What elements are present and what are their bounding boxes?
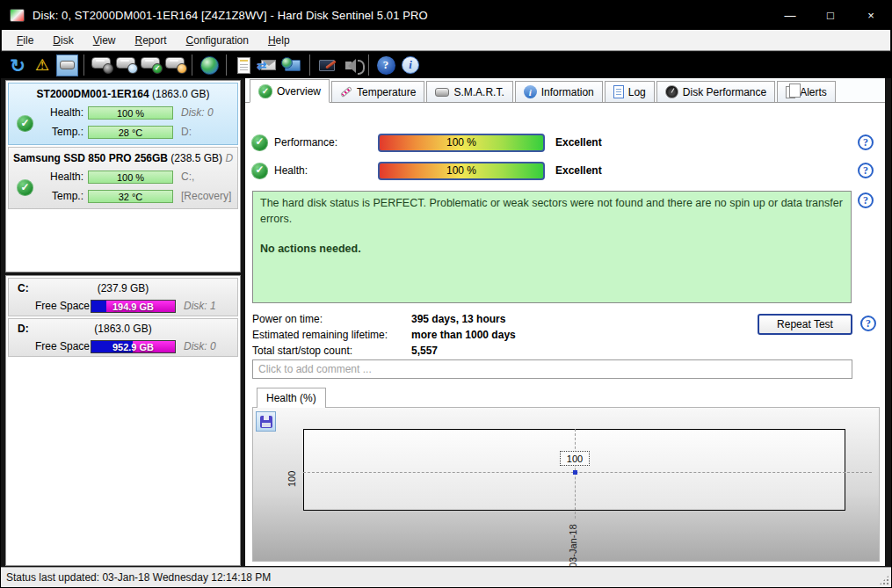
- y-axis-tick: 100: [286, 457, 297, 487]
- menu-report[interactable]: Report: [126, 32, 177, 49]
- disk-temp-row: Temp.: 28 °C D:: [12, 122, 234, 142]
- help-icon[interactable]: ?: [860, 316, 876, 331]
- x-axis-tick: 03-Jan-18: [568, 513, 578, 568]
- gridline-horizontal: [303, 472, 872, 473]
- repeat-test-button[interactable]: Repeat Test: [758, 314, 852, 335]
- window-controls: — □ ×: [770, 1, 891, 30]
- help-icon[interactable]: ?: [858, 134, 874, 150]
- comment-input[interactable]: [252, 359, 852, 379]
- app-logo-icon: [10, 9, 25, 22]
- check-icon: [258, 84, 272, 98]
- report-icon[interactable]: [231, 53, 256, 77]
- free-space-bar: 194.9 GB: [91, 300, 176, 313]
- info-value: 5,557: [411, 345, 438, 357]
- toolbar-separator: [368, 54, 369, 76]
- status-text: Status last updated: 03-Jan-18 Wednesday…: [6, 571, 271, 584]
- disk-health-row: Health: 100 % Disk: 0: [12, 103, 234, 122]
- globe-disk-icon[interactable]: [197, 53, 221, 77]
- refresh-icon[interactable]: ↻: [5, 53, 30, 77]
- disk-status-message: The hard disk status is PERFECT. Problem…: [252, 191, 852, 303]
- info-label: Power on time:: [252, 313, 411, 325]
- close-button[interactable]: ×: [851, 1, 891, 30]
- disk-number: Disk: 1: [184, 300, 216, 312]
- disk-health-row: Health: 100 % C:,: [12, 167, 234, 186]
- data-point: [573, 470, 577, 475]
- disk-list-panel: ST2000DM001-1ER164 (1863.0 GB) Health: 1…: [5, 80, 241, 272]
- tab-information[interactable]: i Information: [515, 81, 603, 102]
- info-icon[interactable]: i: [398, 53, 423, 77]
- hard-disk-sentinel-window: Disk: 0, ST2000DM001-1ER164 [Z4Z1Z8WV] -…: [0, 0, 892, 588]
- drive-letters: C:,: [181, 171, 194, 183]
- save-chart-button[interactable]: [256, 411, 276, 432]
- info-label: Total start/stop count:: [252, 345, 411, 357]
- performance-bar: 100 %: [378, 134, 545, 152]
- temp-bar: 28 °C: [88, 126, 173, 139]
- temp-bar: 32 °C: [88, 190, 173, 203]
- disk-number: Disk: 0: [181, 106, 214, 119]
- menu-file[interactable]: File: [7, 32, 43, 49]
- tab-temperature[interactable]: Temperature: [331, 81, 424, 102]
- disk-clock-icon[interactable]: [113, 53, 138, 77]
- free-space-bar: 952.9 GB: [91, 340, 176, 353]
- disk-item-st2000[interactable]: ST2000DM001-1ER164 (1863.0 GB) Health: 1…: [8, 83, 238, 145]
- tab-smart[interactable]: S.M.A.R.T.: [426, 81, 512, 102]
- disk-ok-icon: [17, 115, 33, 132]
- log-icon: [613, 85, 624, 98]
- refresh-warning-icon[interactable]: ⚠: [30, 53, 54, 77]
- disk-title: Samsung SSD 850 PRO 256GB (238.5 GB) D: [12, 150, 234, 167]
- window-title: Disk: 0, ST2000DM001-1ER164 [Z4Z1Z8WV] -…: [33, 9, 428, 22]
- disk-panel-icon[interactable]: [54, 53, 79, 77]
- menu-configuration[interactable]: Configuration: [177, 32, 258, 49]
- disk-search-icon[interactable]: [163, 53, 187, 77]
- disk-check-icon[interactable]: ✓: [138, 53, 163, 77]
- toolbar-separator: [192, 54, 192, 76]
- toolbar: ↻ ⚠ ✓ ? i: [1, 52, 891, 78]
- toolbar-separator: [83, 54, 84, 76]
- chart-tab-health[interactable]: Health (%): [257, 388, 326, 408]
- partition-item-c[interactable]: (237.9 GB) C: Free Space 194.9 GB Disk: …: [8, 278, 238, 316]
- overview-content: Performance: 100 % Excellent ? Health: 1…: [245, 103, 885, 566]
- mail-sync-icon[interactable]: [256, 53, 280, 77]
- speaker-icon[interactable]: [339, 53, 364, 77]
- partition-size: (237.9 GB): [12, 280, 234, 297]
- help-icon[interactable]: ?: [858, 163, 874, 178]
- menu-disk[interactable]: Disk: [43, 32, 83, 49]
- resize-grip[interactable]: [879, 575, 889, 585]
- disk-temp-row: Temp.: 32 °C [Recovery]: [12, 186, 234, 206]
- info-icon: i: [524, 85, 537, 98]
- tab-alerts[interactable]: Alerts: [777, 81, 836, 102]
- disk-title: ST2000DM001-1ER164 (1863.0 GB): [12, 86, 234, 103]
- info-label: Estimated remaining lifetime:: [252, 329, 411, 341]
- health-chart: 100 100 03-Jan-18: [252, 407, 880, 562]
- disk-number: Disk: 0: [184, 340, 216, 352]
- health-bar: 100 %: [88, 171, 173, 184]
- partition-item-d[interactable]: (1863.0 GB) D: Free Space 952.9 GB Disk:…: [8, 318, 238, 357]
- help-icon[interactable]: ?: [858, 192, 874, 208]
- statusbar: Status last updated: 03-Jan-18 Wednesday…: [1, 567, 891, 587]
- monitor-pen-icon[interactable]: [315, 53, 339, 77]
- disk-gauge-icon[interactable]: [89, 53, 113, 77]
- menu-help[interactable]: Help: [258, 32, 300, 49]
- drive-letters: [Recovery]: [181, 190, 231, 202]
- help-icon[interactable]: ?: [373, 53, 398, 77]
- info-value: 395 days, 13 hours: [411, 313, 505, 325]
- drive-letters: D:: [181, 126, 192, 138]
- menu-view[interactable]: View: [83, 32, 126, 49]
- menubar: File Disk View Report Configuration Help: [2, 30, 890, 51]
- tabstrip: Overview Temperature S.M.A.R.T. i Inform…: [245, 78, 885, 103]
- free-space-label: Free Space: [35, 340, 91, 352]
- minimize-button[interactable]: —: [770, 1, 810, 30]
- tab-overview[interactable]: Overview: [250, 79, 330, 103]
- tab-disk-performance[interactable]: Disk Performance: [656, 81, 775, 102]
- free-space-label: Free Space: [35, 300, 91, 312]
- health-rating: Excellent: [555, 164, 602, 177]
- tab-log[interactable]: Log: [605, 81, 655, 102]
- disk-icon: [435, 88, 449, 97]
- maximize-button[interactable]: □: [810, 1, 851, 30]
- disk-item-samsung[interactable]: Samsung SSD 850 PRO 256GB (238.5 GB) D H…: [8, 147, 238, 209]
- health-row: Health: 100 % Excellent: [245, 161, 885, 180]
- gauge-icon: [665, 85, 678, 98]
- performance-rating: Excellent: [555, 136, 602, 149]
- pages-icon: [786, 86, 795, 98]
- network-computer-icon[interactable]: [280, 53, 305, 77]
